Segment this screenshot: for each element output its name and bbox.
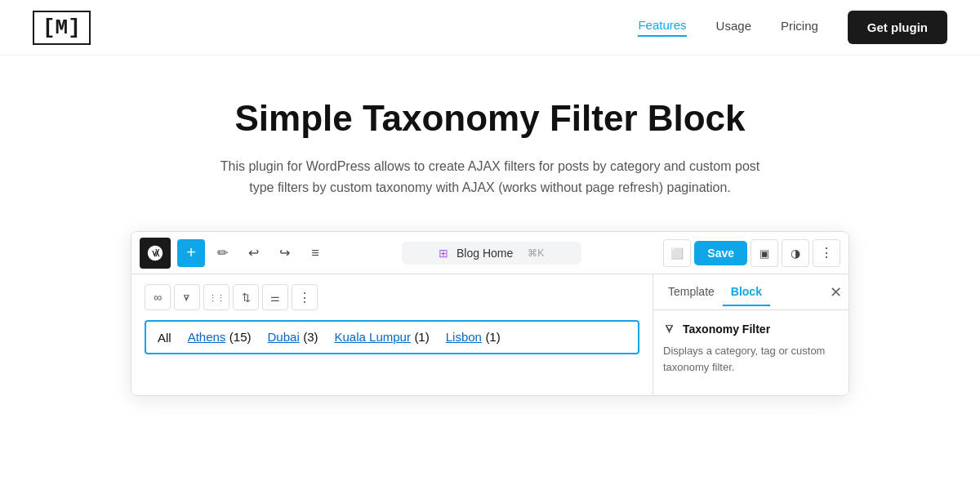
save-button[interactable]: Save <box>694 241 747 265</box>
wp-logo-svg <box>146 244 164 262</box>
editor-toolbar: + ⊞ Blog Home ⌘K Save <box>131 232 849 274</box>
filter-athens-link[interactable]: Athens <box>188 330 226 344</box>
link-icon <box>154 291 162 304</box>
hero-title: Simple Taxonomy Filter Block <box>33 98 947 140</box>
filter-all-item[interactable]: All <box>158 331 172 345</box>
nav-pricing[interactable]: Pricing <box>781 19 818 36</box>
panel-block-description: Displays a category, tag or custom taxon… <box>663 343 839 375</box>
blog-home-indicator[interactable]: ⊞ Blog Home ⌘K <box>402 242 581 265</box>
block-more-icon <box>298 290 311 305</box>
block-toolbar <box>145 284 639 310</box>
more-block-options-button[interactable] <box>292 284 318 310</box>
align-tool-button[interactable] <box>262 284 288 310</box>
redo-button[interactable] <box>270 239 298 267</box>
filter-block: All Athens (15) Dubai (3) Kuala Lumpur (… <box>145 320 639 354</box>
align-icon <box>270 292 280 304</box>
tab-template[interactable]: Template <box>660 278 723 306</box>
filter-kl-item[interactable]: Kuala Lumpur (1) <box>335 330 430 345</box>
get-plugin-button[interactable]: Get plugin <box>848 11 947 44</box>
list-icon <box>311 246 318 260</box>
panel-close-button[interactable]: ✕ <box>830 285 842 300</box>
filter-lisbon-link[interactable]: Lisbon <box>446 330 482 344</box>
grid-tool-button[interactable] <box>203 284 229 310</box>
blog-icon: ⊞ <box>439 247 448 260</box>
sidebar-icon <box>760 246 769 260</box>
toolbar-right: Save <box>663 239 840 267</box>
monitor-button[interactable] <box>663 239 691 267</box>
header: [M] Features Usage Pricing Get plugin <box>0 0 980 56</box>
editor-content: All Athens (15) Dubai (3) Kuala Lumpur (… <box>131 274 653 395</box>
panel-block-header: ⛛ Taxonomy Filter <box>663 322 839 336</box>
pencil-icon <box>217 245 228 260</box>
panel-body: ⛛ Taxonomy Filter Displays a category, t… <box>653 310 849 386</box>
wordpress-icon[interactable] <box>140 238 171 269</box>
filter-lisbon-count: (1) <box>485 330 500 344</box>
more-icon <box>820 245 833 260</box>
list-view-button[interactable] <box>301 239 329 267</box>
panel-tabs: Template Block ✕ <box>653 274 849 310</box>
filter-athens-count: (15) <box>229 330 252 344</box>
nav-usage[interactable]: Usage <box>716 19 751 36</box>
updown-tool-button[interactable] <box>233 284 259 310</box>
nav: Features Usage Pricing Get plugin <box>638 11 947 44</box>
filter-dubai-item[interactable]: Dubai (3) <box>268 330 318 345</box>
tab-block[interactable]: Block <box>723 278 770 306</box>
editor-mockup: + ⊞ Blog Home ⌘K Save <box>131 231 849 396</box>
panel-filter-icon: ⛛ <box>663 322 676 336</box>
link-tool-button[interactable] <box>145 284 171 310</box>
panel-block-name: Taxonomy Filter <box>683 323 770 336</box>
more-options-button[interactable] <box>813 239 840 267</box>
keyboard-shortcut: ⌘K <box>528 247 544 259</box>
edit-button[interactable] <box>208 239 236 267</box>
logo: [M] <box>33 11 91 45</box>
sidebar-toggle-button[interactable] <box>751 239 778 267</box>
filter-tool-button[interactable] <box>174 284 200 310</box>
redo-icon <box>279 245 290 260</box>
contrast-icon <box>791 246 800 260</box>
filter-kl-count: (1) <box>414 330 429 344</box>
right-panel: Template Block ✕ ⛛ Taxonomy Filter Displ… <box>653 274 849 395</box>
monitor-icon <box>670 246 684 260</box>
hero-section: Simple Taxonomy Filter Block This plugin… <box>0 56 980 231</box>
funnel-icon <box>182 292 192 304</box>
hero-description: This plugin for WordPress allows to crea… <box>212 156 768 199</box>
undo-button[interactable] <box>239 239 267 267</box>
filter-dubai-count: (3) <box>303 330 318 344</box>
filter-kl-link[interactable]: Kuala Lumpur <box>335 330 411 344</box>
nav-features[interactable]: Features <box>638 18 686 37</box>
undo-icon <box>248 245 259 260</box>
grid-icon <box>208 292 225 304</box>
blog-home-label: Blog Home <box>457 247 513 260</box>
contrast-button[interactable] <box>782 239 809 267</box>
filter-lisbon-item[interactable]: Lisbon (1) <box>446 330 501 345</box>
editor-body: All Athens (15) Dubai (3) Kuala Lumpur (… <box>131 274 849 395</box>
add-block-button[interactable]: + <box>177 239 205 267</box>
updown-icon <box>242 292 251 304</box>
filter-athens-item[interactable]: Athens (15) <box>188 330 252 345</box>
filter-dubai-link[interactable]: Dubai <box>268 330 300 344</box>
